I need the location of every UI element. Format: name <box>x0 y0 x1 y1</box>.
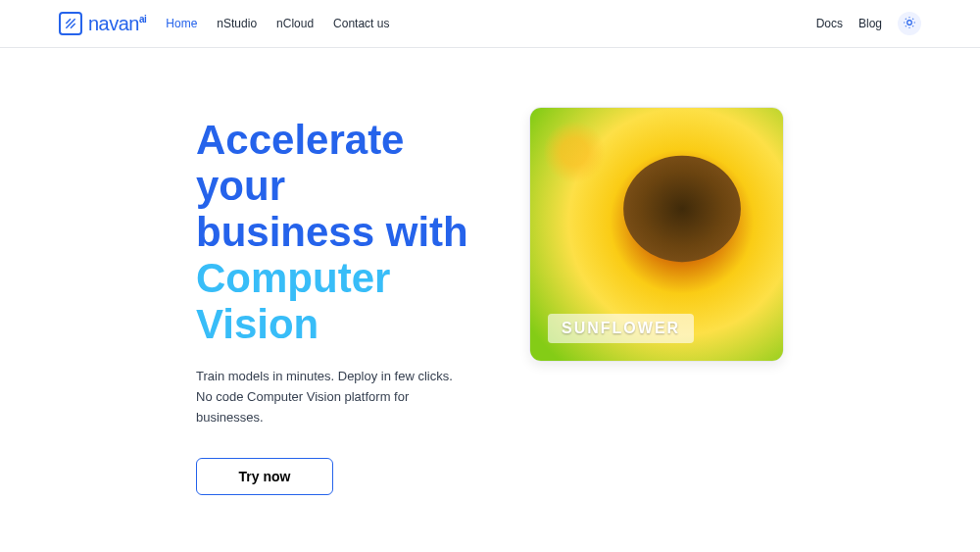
hero-title-line1: Accelerate your <box>196 117 470 209</box>
hero-title-line3: Computer Vision <box>196 255 470 347</box>
nav-primary: Home nStudio nCloud Contact us <box>166 17 389 30</box>
image-classification-label: SUNFLOWER <box>548 314 694 343</box>
logo[interactable]: navanai <box>59 12 146 35</box>
logo-icon <box>59 12 82 35</box>
sun-icon <box>903 16 916 32</box>
header: navanai Home nStudio nCloud Contact us D… <box>0 0 980 48</box>
nav-link-ncloud[interactable]: nCloud <box>276 17 314 30</box>
hero-image-container: SUNFLOWER <box>529 107 784 362</box>
hero-title: Accelerate your business with Computer V… <box>196 117 470 347</box>
hero-title-line2: business with <box>196 209 470 255</box>
hero-section: Accelerate your business with Computer V… <box>0 48 980 552</box>
hero-image-card: SUNFLOWER <box>529 107 784 362</box>
hero-subtitle: Train models in minutes. Deploy in few c… <box>196 367 470 427</box>
nav-secondary: Docs Blog <box>816 12 921 35</box>
logo-text: navanai <box>88 13 146 35</box>
try-now-button[interactable]: Try now <box>196 458 333 495</box>
hero-content: Accelerate your business with Computer V… <box>196 107 470 495</box>
theme-toggle-button[interactable] <box>898 12 921 35</box>
nav-link-contact[interactable]: Contact us <box>333 17 389 30</box>
nav-link-docs[interactable]: Docs <box>816 17 843 30</box>
nav-link-blog[interactable]: Blog <box>858 17 882 30</box>
nav-link-home[interactable]: Home <box>166 17 197 30</box>
svg-point-0 <box>907 20 912 25</box>
nav-link-nstudio[interactable]: nStudio <box>217 17 257 30</box>
